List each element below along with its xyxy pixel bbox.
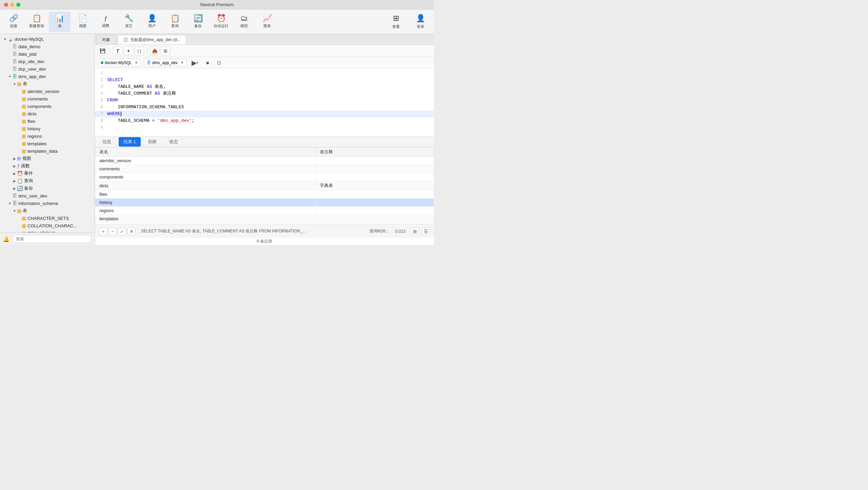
toolbar-chart[interactable]: 📈 图表 [256, 12, 278, 32]
result-grid[interactable]: 表名 表注释 alembic_versioncommentscomponents… [95, 147, 434, 224]
format-button[interactable]: T [113, 46, 122, 55]
db-label: data_demo [18, 44, 40, 49]
wrap-icon: { } [137, 49, 141, 53]
sidebar-item-templates[interactable]: ▦ templates [0, 140, 95, 147]
sidebar-item-data-plat[interactable]: 🗄 data_plat [0, 50, 95, 58]
sidebar-item-regions[interactable]: ▦ regions [0, 132, 95, 140]
run-dropdown-arrow: ▾ [197, 61, 198, 64]
sidebar-item-templates-data[interactable]: ▦ templates_data [0, 147, 95, 155]
grid-icon: ⊞ [163, 48, 167, 54]
table-icon: ▦ [22, 126, 26, 131]
sidebar-item-collation-charac[interactable]: ▦ COLLATION_CHARAC... [0, 222, 95, 229]
toolbar-view-toggle[interactable]: ⊞ 查看 [385, 12, 407, 32]
toolbar-new-query[interactable]: 📋 新建查询 [26, 12, 47, 32]
query-label: 查询 [171, 23, 179, 29]
toolbar-login[interactable]: 👤 登录 [410, 12, 431, 32]
toolbar-view[interactable]: 📄 视图 [72, 12, 94, 32]
code-line-1: 1 [95, 70, 434, 77]
sidebar-item-docker-mysql[interactable]: ▼ 🍃 docker-MySQL [0, 35, 95, 43]
table-row[interactable]: components [95, 173, 434, 181]
sidebar-tree: ▼ 🍃 docker-MySQL 🗄 data_demo 🗄 data_plat [0, 34, 95, 232]
search-input[interactable] [12, 235, 92, 243]
sidebar-item-dms-funcs-folder[interactable]: ▶ ƒ 函数 [0, 162, 95, 170]
cancel-icon: ✕ [130, 229, 134, 234]
toolbar-query[interactable]: 📋 查询 [164, 12, 186, 32]
sidebar-item-dms-events-folder[interactable]: ▶ ⏰ 事件 [0, 170, 95, 177]
toolbar-connect[interactable]: 🔗 连接 [3, 12, 24, 32]
grid-view-button[interactable]: ⊞ [411, 228, 419, 235]
table-row[interactable]: history [95, 199, 434, 207]
table-label: flies [27, 119, 35, 124]
sidebar-item-alembic-version[interactable]: ▦ alembic_version [0, 88, 95, 95]
grid-button[interactable]: ⊞ [161, 46, 170, 55]
minimize-button[interactable] [10, 3, 14, 7]
table-row[interactable]: alembic_version [95, 157, 434, 165]
tab-icon: 📋 [123, 37, 128, 42]
sidebar-item-dcp-site-dev[interactable]: 🗄 dcp_site_dev [0, 58, 95, 65]
connection-selector[interactable]: docker-MySQL ▼ [98, 59, 141, 67]
sidebar-item-dicts[interactable]: ▦ dicts [0, 110, 95, 117]
maximize-button[interactable] [16, 3, 20, 7]
sidebar-item-dms-tables-folder[interactable]: ▼ ▦ 表 [0, 80, 95, 88]
tab-profile[interactable]: 剖析 [143, 137, 162, 147]
table-label: templates [27, 141, 46, 146]
toolbar-autorun[interactable]: ⏰ 自动运行 [210, 12, 232, 32]
sidebar-item-dms-queries-folder[interactable]: ▶ 📋 查询 [0, 177, 95, 185]
sql-editor[interactable]: 1 2 SELECT 3 TABLE_NAME AS 表名, 4 TABLE_C… [95, 69, 434, 136]
explain-button[interactable]: ⊡ [215, 58, 223, 67]
sidebar-item-collations[interactable]: ▦ COLLATIONS [0, 229, 95, 232]
sidebar-item-components[interactable]: ▦ components [0, 102, 95, 110]
sidebar-item-dms-user-dev[interactable]: 🗄 dms_user_dev [0, 192, 95, 200]
stop-query-button[interactable]: ■ [203, 58, 212, 67]
sidebar-item-data-demo[interactable]: 🗄 data_demo [0, 43, 95, 50]
tab-info[interactable]: 信息 [98, 137, 116, 147]
toolbar-model[interactable]: 🗂 模型 [233, 12, 255, 32]
toolbar-user[interactable]: 👤 用户 [141, 12, 163, 32]
toolbar-other[interactable]: 🔧 其它 [118, 12, 140, 32]
toolbar-table[interactable]: 📊 表 [49, 12, 71, 32]
beautify-button[interactable]: ✦ [124, 46, 133, 55]
cell-table-name: components [95, 173, 316, 181]
save-button[interactable]: 💾 [98, 46, 107, 55]
titlebar: Navicat Premium [0, 0, 434, 10]
sidebar-item-info-tables-folder[interactable]: ▼ ▦ 表 [0, 207, 95, 214]
add-row-button[interactable]: + [99, 228, 107, 235]
table-row[interactable]: templates [95, 215, 434, 223]
cell-table-comment [315, 165, 434, 173]
sidebar-item-character-sets[interactable]: ▦ CHARACTER_SETS [0, 214, 95, 222]
close-button[interactable] [4, 3, 8, 7]
cancel-edit-button[interactable]: ✕ [127, 228, 136, 235]
table-row[interactable]: dicts字典表 [95, 181, 434, 190]
toolbar-backup[interactable]: 🔄 备份 [187, 12, 209, 32]
db-schema-icon: 🗄 [147, 60, 151, 65]
tab-result1-label: 结果 1 [123, 139, 136, 144]
sidebar-item-dms-views-folder[interactable]: ▶ ⊞ 视图 [0, 155, 95, 162]
code-line-8: 8 TABLE_SCHEMA = 'dms_app_dev'; [95, 117, 434, 124]
confirm-button[interactable]: ✓ [118, 228, 126, 235]
sidebar-item-flies[interactable]: ▦ flies [0, 117, 95, 125]
sidebar-item-history[interactable]: ▦ history [0, 125, 95, 132]
list-view-button[interactable]: ☰ [422, 228, 430, 235]
database-selector[interactable]: 🗄 dms_app_dev ▼ [144, 59, 187, 67]
sidebar-item-comments[interactable]: ▦ comments [0, 95, 95, 102]
table-label: comments [27, 96, 48, 101]
table-row[interactable]: flies [95, 190, 434, 199]
export-button[interactable]: 📤 [150, 46, 159, 55]
tab-objects[interactable]: 对象 [96, 35, 116, 44]
run-query-button[interactable]: ▶ ▾ [190, 58, 200, 67]
wrap-button[interactable]: { } [135, 46, 144, 55]
sidebar-notification-icon[interactable]: 🔔 [3, 236, 9, 242]
sidebar-item-dms-backups-folder[interactable]: ▶ 🔄 备份 [0, 185, 95, 192]
delete-row-button[interactable]: − [108, 228, 117, 235]
tab-query1[interactable]: 📋 无标题@dms_app_dev (d... [117, 35, 186, 44]
tab-result1[interactable]: 结果 1 [119, 137, 141, 147]
toolbar-func[interactable]: ƒ 函数 [95, 12, 117, 32]
sidebar-item-information-schema[interactable]: ▼ 🗄 information_schema [0, 200, 95, 207]
sidebar-item-dcp-user-dev[interactable]: 🗄 dcp_user_dev [0, 65, 95, 73]
sidebar-item-dms-app-dev[interactable]: ▼ 🗄 dms_app_dev [0, 73, 95, 80]
sidebar: ▼ 🍃 docker-MySQL 🗄 data_demo 🗄 data_plat [0, 34, 95, 245]
table-row[interactable]: comments [95, 165, 434, 173]
func-icon: ƒ [17, 163, 20, 169]
table-row[interactable]: regions [95, 207, 434, 215]
tab-status[interactable]: 状态 [164, 137, 183, 147]
